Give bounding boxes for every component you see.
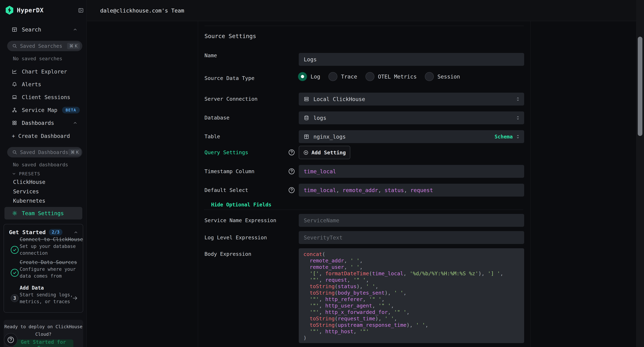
saved-searches-input[interactable]: Saved Searches ⌘ K bbox=[7, 41, 82, 51]
radio-trace[interactable]: Trace bbox=[328, 72, 357, 81]
source-data-type-radio-group: Log Trace OTEL Metrics Session bbox=[298, 72, 460, 82]
help-button[interactable] bbox=[4, 333, 18, 347]
database-label: Database bbox=[204, 114, 230, 122]
table-select[interactable]: nginx_logs Schema bbox=[299, 130, 524, 143]
database-value: logs bbox=[314, 115, 516, 121]
sidebar-item-team-settings[interactable]: Team Settings bbox=[4, 207, 82, 220]
saved-searches-placeholder: Saved Searches bbox=[20, 43, 67, 49]
saved-dashboards-input[interactable]: Saved Dashboards ⌘ K bbox=[7, 147, 82, 158]
body-expression-editor[interactable]: concat( remote_addr, ' ', remote_user, '… bbox=[299, 248, 524, 343]
sidebar-item-label: Client Sessions bbox=[22, 94, 70, 100]
radio-log[interactable]: Log bbox=[298, 72, 320, 81]
source-settings-panel: Source Settings Name Source Data Type Lo… bbox=[198, 21, 530, 347]
server-icon bbox=[304, 96, 309, 102]
presets-label: PRESETS bbox=[19, 171, 40, 176]
arrow-right-icon[interactable] bbox=[72, 295, 78, 301]
page-title: Source Settings bbox=[204, 33, 256, 40]
presets-toggle[interactable]: PRESETS bbox=[12, 170, 40, 177]
timestamp-column-field[interactable] bbox=[299, 165, 524, 178]
step-desc: data comes from bbox=[20, 272, 78, 280]
sidebar-item-search[interactable]: Search bbox=[0, 25, 87, 34]
sidebar-collapse-icon[interactable] bbox=[78, 8, 84, 13]
progress-badge: 2/3 bbox=[49, 229, 62, 236]
hide-optional-fields-link[interactable]: Hide Optional Fields bbox=[211, 202, 271, 208]
timestamp-column-input[interactable] bbox=[299, 165, 524, 178]
table-value: nginx_logs bbox=[314, 134, 495, 140]
name-field[interactable] bbox=[299, 53, 524, 66]
table-label: Table bbox=[204, 132, 220, 140]
chevron-down-icon bbox=[12, 172, 16, 176]
dashboards-grid-icon bbox=[12, 120, 17, 126]
help-icon[interactable] bbox=[288, 168, 295, 175]
sidebar: HyperDX Search Saved Searches ⌘ K No sav… bbox=[0, 0, 87, 347]
scrollbar-track[interactable] bbox=[636, 0, 644, 347]
radio-otel-metrics[interactable]: OTEL Metrics bbox=[366, 72, 417, 81]
step-title: Connect to ClickHouse bbox=[20, 236, 78, 243]
search-section-icon bbox=[12, 27, 17, 32]
get-started-step[interactable]: Add Data Start sending logs, metrics, or… bbox=[20, 284, 70, 305]
get-started-free-button[interactable]: Get Started for Free bbox=[14, 340, 73, 347]
sidebar-item-clickhouse[interactable]: ClickHouse bbox=[13, 178, 46, 186]
log-level-expression-field[interactable] bbox=[299, 231, 524, 244]
step-desc: connection bbox=[20, 250, 78, 256]
step-desc: Start sending logs, bbox=[20, 291, 70, 298]
search-icon bbox=[12, 150, 17, 155]
cmd-k-shortcut: ⌘ K bbox=[67, 43, 80, 49]
server-connection-select[interactable]: Local ClickHouse bbox=[299, 93, 524, 106]
gear-icon bbox=[12, 210, 18, 216]
bell-icon bbox=[12, 82, 17, 87]
no-saved-searches-text: No saved searches bbox=[0, 54, 87, 63]
service-name-expression-input[interactable] bbox=[299, 214, 524, 227]
step-number-badge: 3 bbox=[11, 294, 18, 302]
step-desc: metrics, or traces bbox=[20, 298, 70, 305]
team-title: dale@clickhouse.com's Team bbox=[100, 0, 184, 21]
circle-plus-icon bbox=[303, 150, 308, 155]
schema-link[interactable]: Schema bbox=[495, 134, 513, 140]
create-dashboard-button[interactable]: + Create Dashboard bbox=[0, 132, 87, 140]
sidebar-item-service-map[interactable]: Service Map BETA bbox=[0, 106, 87, 114]
sidebar-item-chart-explorer[interactable]: Chart Explorer bbox=[0, 67, 87, 76]
get-started-title: Get Started bbox=[9, 229, 46, 236]
sidebar-item-alerts[interactable]: Alerts bbox=[0, 80, 87, 88]
help-icon[interactable] bbox=[288, 149, 295, 156]
radio-icon bbox=[425, 72, 434, 81]
step-complete-icon bbox=[11, 269, 18, 277]
sidebar-item-kubernetes[interactable]: Kubernetes bbox=[13, 197, 46, 204]
beta-badge: BETA bbox=[62, 107, 80, 114]
brand: HyperDX bbox=[5, 6, 44, 14]
brand-name: HyperDX bbox=[17, 6, 44, 14]
chart-icon bbox=[12, 69, 17, 74]
saved-dashboards-placeholder: Saved Dashboards bbox=[20, 149, 68, 155]
service-name-expression-field[interactable] bbox=[299, 214, 524, 227]
database-icon bbox=[304, 115, 309, 120]
source-data-type-label: Source Data Type bbox=[204, 74, 254, 82]
laptop-icon bbox=[12, 94, 17, 100]
get-started-step[interactable]: Connect to ClickHouse Set up your databa… bbox=[20, 236, 78, 256]
scrollbar-thumb[interactable] bbox=[638, 37, 642, 136]
select-chevrons-icon bbox=[516, 115, 520, 120]
sidebar-item-label: Dashboards bbox=[22, 120, 54, 126]
chevron-up-icon[interactable] bbox=[74, 230, 78, 235]
get-started-step[interactable]: Create Data Sources Configure where your… bbox=[20, 259, 78, 280]
sidebar-item-services[interactable]: Services bbox=[13, 188, 39, 195]
chevron-up-icon[interactable] bbox=[73, 120, 78, 125]
hyperdx-logo-icon bbox=[5, 6, 14, 15]
help-icon[interactable] bbox=[288, 186, 295, 194]
default-select-field[interactable]: time_local, remote_addr, status, request bbox=[299, 184, 524, 196]
step-desc: Set up your database bbox=[20, 243, 78, 250]
add-setting-label: Add Setting bbox=[312, 150, 346, 156]
service-name-expression-label: Service Name Expression bbox=[204, 216, 276, 224]
sidebar-item-client-sessions[interactable]: Client Sessions bbox=[0, 93, 87, 102]
add-setting-button[interactable]: Add Setting bbox=[299, 146, 350, 159]
timestamp-column-label: Timestamp Column bbox=[204, 168, 254, 175]
radio-selected-icon bbox=[298, 72, 307, 81]
sidebar-item-dashboards[interactable]: Dashboards bbox=[0, 118, 87, 127]
sidebar-item-label: Alerts bbox=[22, 81, 41, 88]
log-level-expression-input[interactable] bbox=[299, 231, 524, 244]
name-input[interactable] bbox=[299, 53, 524, 66]
radio-session[interactable]: Session bbox=[425, 72, 460, 81]
step-complete-icon bbox=[11, 246, 18, 254]
chevron-up-icon[interactable] bbox=[73, 27, 78, 32]
default-select-label: Default Select bbox=[204, 186, 248, 194]
database-select[interactable]: logs bbox=[299, 112, 524, 124]
